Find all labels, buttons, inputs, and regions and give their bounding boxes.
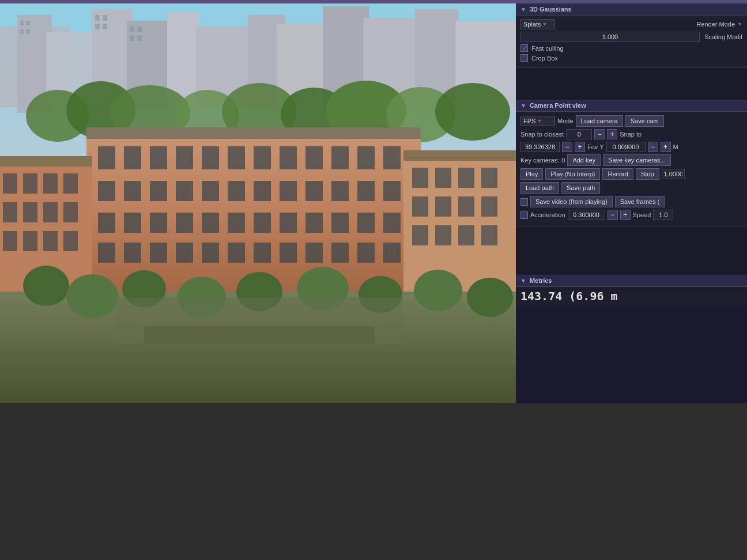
save-frames-button[interactable]: Save frames ( [615, 196, 665, 207]
crop-box-label: Crop Box [531, 55, 558, 62]
snap-input[interactable] [566, 129, 592, 139]
acceleration-label: Acceleration [530, 211, 565, 218]
save-key-cameras-button[interactable]: Save key cameras... [603, 154, 671, 166]
snap-closest-label: Snap to closest [520, 131, 564, 138]
key-cameras-count: 0 [561, 157, 565, 164]
render-mode-arrow-icon: ▼ [737, 21, 742, 27]
key-cameras-row: Key cameras: 0 Add key Save key cameras.… [520, 154, 742, 166]
svg-rect-125 [0, 3, 516, 403]
scaling-row: Scaling Modif [520, 32, 742, 42]
play-button[interactable]: Play [520, 168, 543, 180]
snap-minus-button[interactable]: − [594, 129, 605, 139]
snap-to-label: Snap to [620, 131, 642, 138]
snap-plus-button[interactable]: + [607, 129, 617, 139]
fps-dropdown-arrow-icon: ▼ [537, 118, 542, 124]
fov-row: − + Fov Y − + M [520, 142, 742, 152]
play-row: Play Play (No Interp) Record Stop [520, 168, 742, 180]
gaussians-section: ▼ 3D Gaussians Splats ▼ Render Mode ▼ [516, 3, 747, 68]
crop-box-row: Crop Box [520, 54, 742, 62]
acceleration-checkbox[interactable] [520, 211, 528, 219]
camera-title: Camera Point view [530, 102, 586, 109]
fov-y-input[interactable] [606, 142, 646, 152]
gaussians-title: 3D Gaussians [530, 6, 572, 13]
acceleration-input[interactable] [568, 210, 605, 220]
save-video-checkbox[interactable] [520, 198, 528, 206]
metrics-value: 143.74 (6.96 m [516, 287, 747, 305]
save-path-button[interactable]: Save path [561, 182, 601, 194]
fov-y-label: Fov Y [587, 143, 604, 150]
metrics-header: ▼ Metrics [516, 275, 747, 287]
metrics-title: Metrics [530, 277, 552, 284]
viewport[interactable] [0, 3, 516, 403]
splats-row: Splats ▼ Render Mode ▼ [520, 19, 742, 29]
record-button[interactable]: Record [602, 168, 633, 180]
play-no-interp-button[interactable]: Play (No Interp) [545, 168, 600, 180]
speed-label: Speed [633, 211, 651, 218]
fov-y-minus-button[interactable]: − [648, 142, 658, 152]
load-path-button[interactable]: Load path [520, 182, 559, 194]
main-content: ▼ 3D Gaussians Splats ▼ Render Mode ▼ [0, 3, 747, 403]
load-camera-button[interactable]: Load camera [576, 115, 623, 127]
save-video-button[interactable]: Save video (from playing) [530, 196, 613, 207]
scaling-input[interactable] [520, 32, 700, 42]
fast-culling-checkbox[interactable] [520, 44, 528, 52]
save-video-row: Save video (from playing) Save frames ( [520, 196, 742, 207]
fov-x-input[interactable] [520, 142, 560, 152]
fast-culling-row: Fast culling [520, 44, 742, 52]
dropdown-arrow-icon: ▼ [542, 21, 548, 27]
camera-collapse-icon[interactable]: ▼ [520, 103, 526, 109]
gaussians-header: ▼ 3D Gaussians [516, 3, 747, 16]
mode-label: Mode [557, 118, 574, 124]
camera-header: ▼ Camera Point view [516, 100, 747, 112]
viewport-scene [0, 3, 516, 403]
stop-button[interactable]: Stop [636, 168, 659, 180]
right-panel: ▼ 3D Gaussians Splats ▼ Render Mode ▼ [516, 3, 747, 403]
snap-row: Snap to closest − + Snap to [520, 129, 742, 139]
path-row: Load path Save path [520, 182, 742, 194]
scaling-mod-label: Scaling Modif [704, 33, 742, 40]
fov-x-plus-button[interactable]: + [575, 142, 585, 152]
fov-y-plus-button[interactable]: + [661, 142, 671, 152]
accel-plus-button[interactable]: + [620, 210, 631, 220]
camera-body: FPS ▼ Mode Load camera Save cam Snap to … [516, 112, 747, 226]
mode-extra-label: M [673, 143, 678, 150]
speed-input[interactable] [653, 210, 673, 220]
acceleration-row: Acceleration − + Speed [520, 210, 742, 220]
gaussians-body: Splats ▼ Render Mode ▼ Scaling Modif [516, 16, 747, 67]
render-mode-label: Render Mode [696, 21, 735, 28]
save-camera-button[interactable]: Save cam [625, 115, 664, 127]
fps-dropdown[interactable]: FPS ▼ [520, 116, 555, 126]
mid-spacer [516, 226, 747, 273]
camera-section: ▼ Camera Point view FPS ▼ Mode Load came… [516, 100, 747, 226]
bottom-area [0, 403, 747, 560]
metrics-collapse-icon[interactable]: ▼ [520, 278, 526, 284]
playback-speed-input[interactable] [662, 169, 685, 179]
fov-x-minus-button[interactable]: − [562, 142, 572, 152]
metrics-section: ▼ Metrics 143.74 (6.96 m [516, 275, 747, 305]
crop-box-checkbox[interactable] [520, 54, 528, 62]
key-cameras-label: Key cameras: [520, 157, 559, 164]
section-spacer [516, 68, 747, 100]
splats-dropdown[interactable]: Splats ▼ [520, 19, 555, 29]
accel-minus-button[interactable]: − [608, 210, 618, 220]
add-key-button[interactable]: Add key [567, 154, 601, 166]
collapse-icon[interactable]: ▼ [520, 6, 526, 13]
mode-row: FPS ▼ Mode Load camera Save cam [520, 115, 742, 127]
fast-culling-label: Fast culling [531, 45, 564, 52]
